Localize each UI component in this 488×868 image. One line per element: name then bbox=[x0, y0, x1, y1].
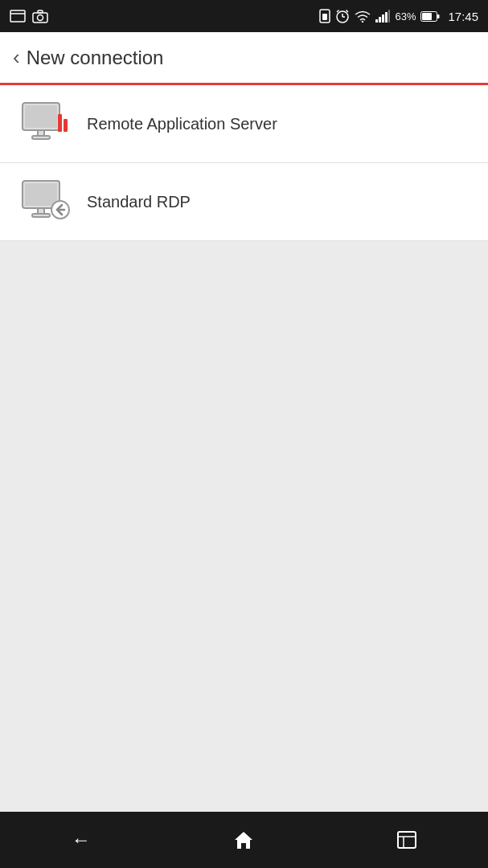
standard-rdp-item[interactable]: Standard RDP bbox=[0, 163, 488, 241]
content-area: Remote Application Server Standard RDP bbox=[0, 85, 488, 812]
svg-line-10 bbox=[337, 10, 339, 13]
back-button[interactable]: ‹ bbox=[13, 45, 20, 70]
svg-rect-19 bbox=[422, 13, 432, 20]
nav-apps-button[interactable] bbox=[373, 823, 441, 857]
svg-rect-25 bbox=[58, 114, 62, 132]
battery-icon bbox=[420, 11, 440, 22]
nav-apps-icon bbox=[397, 831, 416, 849]
wifi-icon bbox=[355, 10, 371, 23]
svg-rect-15 bbox=[382, 14, 384, 23]
signal-icon bbox=[375, 10, 390, 23]
page-title: New connection bbox=[27, 47, 164, 69]
status-bar-left-icons bbox=[10, 10, 48, 23]
standard-rdp-icon bbox=[16, 178, 74, 226]
remote-app-server-label: Remote Application Server bbox=[87, 115, 277, 133]
camera-icon bbox=[32, 10, 48, 23]
nav-back-button[interactable]: ← bbox=[47, 821, 115, 859]
svg-rect-26 bbox=[64, 119, 68, 132]
svg-rect-0 bbox=[10, 10, 25, 22]
svg-rect-17 bbox=[388, 10, 390, 23]
alarm-icon bbox=[335, 9, 350, 23]
status-bar-right-icons: 63% 17:45 bbox=[319, 9, 478, 23]
svg-marker-33 bbox=[235, 832, 252, 849]
svg-rect-20 bbox=[437, 14, 440, 18]
nav-home-icon bbox=[233, 830, 254, 850]
svg-rect-14 bbox=[379, 17, 381, 23]
svg-line-11 bbox=[347, 10, 349, 13]
standard-rdp-label: Standard RDP bbox=[87, 193, 191, 211]
status-bar: 63% 17:45 bbox=[0, 0, 488, 32]
remote-app-server-icon bbox=[16, 100, 74, 148]
nav-home-button[interactable] bbox=[209, 822, 278, 858]
svg-rect-6 bbox=[322, 14, 327, 20]
svg-rect-16 bbox=[385, 12, 388, 23]
svg-rect-28 bbox=[25, 183, 57, 206]
svg-point-12 bbox=[362, 21, 363, 23]
svg-rect-34 bbox=[398, 832, 416, 848]
svg-rect-13 bbox=[375, 19, 378, 23]
app-bar: ‹ New connection bbox=[0, 32, 488, 85]
svg-rect-22 bbox=[25, 105, 57, 128]
window-icon bbox=[10, 10, 26, 23]
nav-bar: ← bbox=[0, 812, 488, 868]
time-display: 17:45 bbox=[448, 10, 478, 23]
battery-percentage: 63% bbox=[395, 10, 416, 23]
nav-back-icon: ← bbox=[72, 829, 91, 851]
remote-app-server-item[interactable]: Remote Application Server bbox=[0, 85, 488, 163]
svg-rect-30 bbox=[32, 214, 50, 217]
svg-rect-4 bbox=[38, 10, 43, 13]
svg-rect-24 bbox=[32, 136, 50, 139]
sim-icon bbox=[319, 9, 330, 23]
svg-point-3 bbox=[38, 14, 43, 20]
